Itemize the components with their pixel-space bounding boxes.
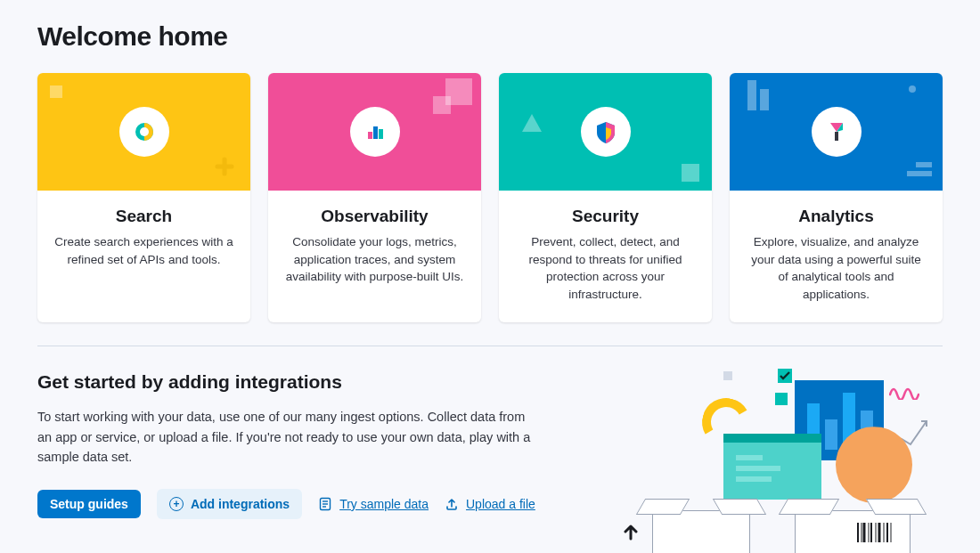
card-observability-hero [268,73,481,191]
page-title: Welcome home [37,21,943,52]
card-search-hero [37,73,250,191]
card-observability-title: Observability [284,207,465,226]
upload-icon [445,497,459,511]
card-observability-desc: Consolidate your logs, metrics, applicat… [284,233,465,286]
add-integrations-button[interactable]: + Add integrations [157,489,302,519]
svg-rect-4 [379,129,383,139]
upload-file-link[interactable]: Upload a file [445,497,535,511]
get-started-section: Get started by adding integrations To st… [37,371,943,553]
get-started-desc: To start working with your data, use one… [37,407,536,467]
upload-file-label: Upload a file [466,497,535,511]
card-security-hero [499,73,712,191]
try-sample-data-label: Try sample data [339,497,429,511]
get-started-illustration [599,371,928,553]
divider [37,346,943,346]
document-icon [318,497,332,511]
get-started-title: Get started by adding integrations [37,371,572,393]
get-started-actions: Setup guides + Add integrations Try samp… [37,489,572,519]
card-analytics-hero [730,73,943,191]
analytics-icon [812,107,862,157]
card-search-title: Search [53,207,234,226]
plus-circle-icon: + [169,497,184,511]
card-security-desc: Prevent, collect, detect, and respond to… [515,233,696,303]
check-icon [777,368,793,384]
squiggle-icon [889,382,919,400]
barcode-icon [857,523,893,542]
card-security-title: Security [515,207,696,226]
shield-icon [581,107,631,157]
svg-rect-5 [835,132,838,141]
svg-rect-3 [373,126,378,139]
card-search[interactable]: Search Create search experiences with a … [37,73,250,322]
card-analytics-title: Analytics [746,207,927,226]
card-observability[interactable]: Observability Consolidate your logs, met… [268,73,481,322]
setup-guides-label: Setup guides [50,498,128,510]
card-search-desc: Create search experiences with a refined… [53,233,234,268]
solution-cards: Search Create search experiences with a … [37,73,943,322]
card-security[interactable]: Security Prevent, collect, detect, and r… [499,73,712,322]
arrow-up-icon [624,523,638,541]
svg-point-1 [140,127,149,136]
search-icon [119,107,169,157]
add-integrations-label: Add integrations [191,498,290,510]
try-sample-data-link[interactable]: Try sample data [318,497,429,511]
svg-rect-2 [368,132,372,139]
card-analytics[interactable]: Analytics Explore, visualize, and analyz… [730,73,943,322]
bar-chart-icon [350,107,400,157]
setup-guides-button[interactable]: Setup guides [37,490,141,518]
card-analytics-desc: Explore, visualize, and analyze your dat… [746,233,927,303]
